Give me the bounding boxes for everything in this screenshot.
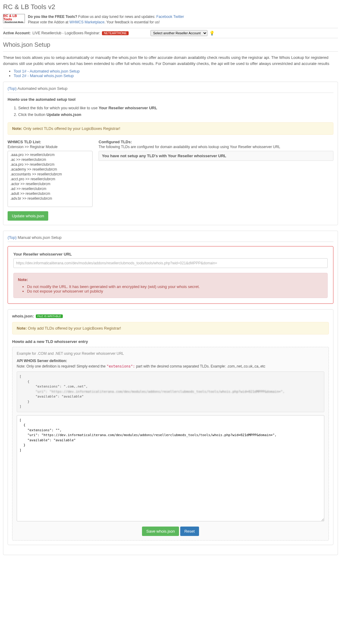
howto-steps: Select the tlds for which you would like… [8, 105, 333, 118]
manual-header: (Top) Manual whois.json Setup [8, 235, 333, 242]
tld-listbox[interactable]: .aaa.pro >> resellerclubrcm.ac >> resell… [8, 151, 93, 207]
account-badge: NETEARTHONE [102, 31, 128, 35]
howto-title: Howto use the automated setup tool [8, 97, 333, 102]
whoisjson-box: whois.json: FILE IS WRITABLE Note: Only … [8, 309, 333, 545]
tld-option[interactable]: .adult >> resellerclubrcm [9, 191, 91, 196]
code-example: [ { "extensions": ".com,.net", "uri": "h… [17, 371, 324, 412]
account-select[interactable]: Select another Reseller Account [150, 30, 208, 36]
tld-option[interactable]: .accountants >> resellerclubrcm [9, 172, 91, 177]
twitter-link[interactable]: Twitter [173, 15, 184, 19]
automated-panel: (Top) Automated whois.json Setup Howto u… [3, 82, 338, 225]
configured-column: Configured TLDs: The following TLDs are … [99, 140, 333, 207]
facebook-link[interactable]: Facebook [156, 15, 172, 19]
tld-option[interactable]: .academy >> resellerclubrcm [9, 167, 91, 172]
top-link[interactable]: (Top) [8, 86, 17, 91]
file-label: whois.json: [12, 314, 34, 318]
intro-text: These two tools allows you to setup auto… [3, 55, 338, 66]
url-label: Your Reseller whoisserver URL [13, 252, 328, 256]
red-note: Note: Do not modify the URL. It has been… [13, 273, 328, 298]
tool1-link[interactable]: Tool 1# - Automated whois.json Setup [14, 69, 80, 73]
file-writable-badge: FILE IS WRITABLE [36, 314, 63, 318]
header-row: RC & LB Tools Resellerclub Mods Do you l… [3, 14, 338, 25]
page-title: RC & LB Tools v2 [3, 3, 338, 11]
note-box-2: Note: Only add TLDs offered by your Logi… [12, 322, 329, 334]
manual-panel: (Top) Manual whois.json Setup Your Resel… [3, 231, 338, 555]
tld-option[interactable]: .acct.pro >> resellerclubrcm [9, 177, 91, 181]
top-link-2[interactable]: (Top) [8, 235, 17, 240]
bulb-icon[interactable]: 💡 [209, 31, 214, 36]
whoisserver-url-box: Your Reseller whoisserver URL Note: Do n… [8, 246, 333, 304]
whoisjson-textarea[interactable] [17, 415, 324, 521]
tld-option[interactable]: .ac >> resellerclubrcm [9, 157, 91, 162]
tld-option[interactable]: .aaa.pro >> resellerclubrcm [9, 152, 91, 157]
save-whois-button[interactable]: Save whois.json [142, 527, 179, 536]
note-box: Note: Only select TLDs offered by your L… [8, 122, 333, 135]
tld-list-column: WHMCS TLD List: Extension >> Registrar M… [8, 140, 93, 207]
example-box: Example for .COM and .NET using your Res… [12, 347, 329, 541]
tld-option[interactable]: .adv.br >> resellerclubrcm [9, 196, 91, 201]
account-bar: Active Account: LIVE Resellerclub - Logi… [3, 28, 338, 38]
tld-option[interactable]: .actor >> resellerclubrcm [9, 181, 91, 186]
header-text: Do you like the FREE Tools? Follow us an… [28, 14, 184, 25]
configured-msg: You have not setup any TLD's with Your R… [99, 151, 333, 161]
automated-header: (Top) Automated whois.json Setup [8, 86, 333, 93]
tool2-link[interactable]: Tool 2# - Manual whois.json Setup [14, 73, 74, 78]
tld-option[interactable]: .ad >> resellerclubrcm [9, 186, 91, 191]
whoisserver-url-input[interactable] [13, 258, 328, 268]
section-heading: Whois.json Setup [3, 41, 338, 48]
tld-option[interactable]: .aca.pro >> resellerclubrcm [9, 162, 91, 167]
logo: RC & LB Tools Resellerclub Mods [3, 14, 25, 23]
add-tld-title: Howto add a new TLD whoisserver entry [12, 339, 329, 344]
update-whois-button[interactable]: Update whois.json [8, 211, 48, 221]
reset-button[interactable]: Reset [180, 527, 199, 536]
marketplace-link[interactable]: WHMCS Marketplace [69, 20, 104, 24]
tool-links: Tool 1# - Automated whois.json Setup Too… [3, 69, 338, 78]
